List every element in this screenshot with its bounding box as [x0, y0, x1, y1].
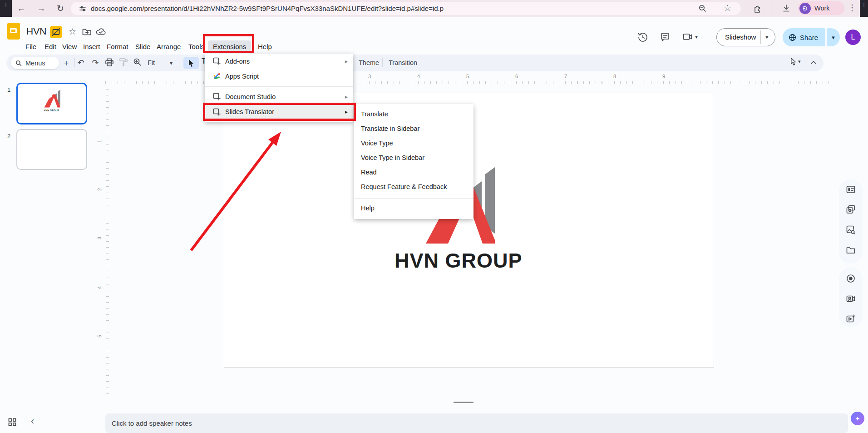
layouts-panel-icon[interactable]: [843, 182, 858, 197]
speaker-notes-placeholder: Click to add speaker notes: [112, 419, 192, 427]
hvn-logo-thumbnail: [43, 90, 60, 108]
slideshow-options-caret-icon[interactable]: ▾: [765, 29, 769, 46]
browser-profile-button[interactable]: Đ Work: [798, 1, 844, 15]
drag-handle-icon: ⋮: [0, 2, 12, 8]
toolbar-divider: [74, 58, 75, 67]
menu-item-label: Add-ons: [225, 58, 250, 65]
record-panel-icon[interactable]: [843, 271, 858, 286]
zoom-fit-select[interactable]: Fit: [148, 55, 155, 71]
browser-forward-button[interactable]: →: [35, 0, 47, 17]
ruler-number: 5: [466, 74, 469, 79]
version-history-icon[interactable]: [637, 32, 648, 43]
submenu-item-voice-type[interactable]: Voice Type: [354, 136, 473, 150]
menus-search-button[interactable]: Menus: [11, 57, 59, 69]
transition-button[interactable]: Transition: [389, 55, 417, 71]
ruler-number: 5: [97, 335, 102, 338]
slides-app-icon[interactable]: [7, 23, 20, 40]
submenu-item-translate[interactable]: Translate: [354, 107, 473, 121]
grid-view-icon[interactable]: [8, 418, 16, 426]
submenu-item-request-feature-feedback[interactable]: Request Feature & Feedback: [354, 179, 473, 194]
collapse-filmstrip-chevron-icon[interactable]: ‹: [31, 415, 34, 427]
download-icon[interactable]: [782, 4, 791, 13]
image-search-panel-icon[interactable]: [843, 223, 858, 237]
annotation-box-extensions: [203, 34, 254, 53]
notes-resize-handle[interactable]: [454, 402, 473, 403]
window-edge-right: ⋮: [860, 0, 868, 17]
move-folder-icon[interactable]: [82, 28, 92, 36]
menu-help[interactable]: Help: [258, 41, 272, 53]
window-edge-left: ⋮: [0, 0, 12, 17]
menu-format[interactable]: Format: [107, 41, 128, 53]
user-avatar[interactable]: L: [845, 30, 861, 45]
laser-pointer-button[interactable]: ▾: [790, 58, 801, 65]
meet-panel-icon[interactable]: [843, 291, 858, 306]
browser-back-button[interactable]: ←: [15, 0, 27, 17]
toolbar-divider: [179, 58, 179, 67]
submenu-arrow-icon: ▸: [345, 58, 348, 65]
ruler-number: 4: [97, 286, 102, 289]
submenu-item-translate-in-sidebar[interactable]: Translate in Sidebar: [354, 121, 473, 136]
submenu-item-voice-type-in-sidebar[interactable]: Voice Type in Sidebar: [354, 150, 473, 165]
menu-view[interactable]: View: [62, 41, 77, 53]
menu-file[interactable]: File: [25, 41, 36, 53]
gemini-assistant-button[interactable]: ✦: [851, 412, 864, 425]
site-info-icon[interactable]: [79, 5, 86, 12]
menu-insert[interactable]: Insert: [83, 41, 100, 53]
zoom-fit-caret-icon[interactable]: ▾: [168, 55, 174, 71]
menus-label: Menus: [25, 60, 45, 67]
address-bar[interactable]: docs.google.com/presentation/d/1Hi22hVNh…: [71, 2, 741, 15]
document-title[interactable]: HVN: [26, 26, 46, 37]
browser-zoom-icon[interactable]: [698, 4, 707, 13]
ruler-number: 9: [662, 74, 665, 79]
slide-thumbnail-2[interactable]: [16, 129, 87, 170]
browser-menu-kebab-icon[interactable]: ⋮: [848, 3, 856, 13]
new-slide-button[interactable]: +: [62, 55, 71, 71]
menu-edit[interactable]: Edit: [44, 41, 56, 53]
menu-arrange[interactable]: Arrange: [157, 41, 181, 53]
undo-button[interactable]: ↶: [76, 55, 85, 71]
bookmark-star-icon[interactable]: ☆: [724, 3, 731, 13]
menu-item-label: Request Feature & Feedback: [361, 183, 447, 190]
slide-thumbnail-1-selected[interactable]: HVN GROUP: [16, 83, 87, 124]
ruler-number: 8: [613, 74, 616, 79]
slideshow-button[interactable]: Slideshow ▾: [716, 28, 775, 46]
share-button[interactable]: Share: [783, 28, 825, 46]
menu-item-label: Voice Type in Sidebar: [361, 154, 424, 161]
paint-format-button[interactable]: [119, 58, 128, 67]
add-on-icon: [213, 57, 221, 65]
menu-item-document-studio[interactable]: Document Studio ▸: [205, 89, 353, 104]
submenu-item-help[interactable]: Help: [354, 201, 473, 215]
meet-camera-button[interactable]: ▾: [683, 33, 698, 41]
toolbar-divider: [382, 58, 383, 67]
menu-item-apps-script[interactable]: Apps Script: [205, 69, 353, 84]
speaker-notes-input[interactable]: Click to add speaker notes: [105, 413, 848, 433]
export-play-panel-icon[interactable]: [843, 311, 858, 326]
drag-handle-icon: ⋮: [860, 2, 868, 8]
google-slides-window: ⋮ ⋮ ← → ↻ docs.google.com/presentation/d…: [0, 0, 868, 433]
photos-panel-icon[interactable]: [843, 202, 858, 217]
folder-panel-icon[interactable]: [843, 243, 858, 257]
slide-logo-text[interactable]: HVN GROUP: [395, 249, 521, 273]
menu-separator: [354, 198, 473, 199]
cloud-saved-icon[interactable]: [96, 28, 106, 35]
extensions-puzzle-icon[interactable]: [753, 4, 762, 13]
star-document-icon[interactable]: ☆: [69, 26, 76, 37]
search-icon: [15, 60, 22, 66]
redo-button[interactable]: ↷: [91, 55, 100, 71]
collapse-toolbar-chevron-icon[interactable]: [810, 60, 817, 65]
browser-reload-button[interactable]: ↻: [54, 0, 66, 17]
comments-icon[interactable]: [660, 32, 670, 42]
submenu-item-read[interactable]: Read: [354, 165, 473, 179]
theme-button[interactable]: Theme: [359, 55, 379, 71]
share-label: Share: [800, 34, 818, 41]
ruler-number: 6: [515, 74, 518, 79]
select-tool-button-active[interactable]: [183, 57, 199, 69]
ruler-number: 1: [97, 140, 102, 143]
menu-item-label: Apps Script: [225, 73, 259, 80]
menu-tools[interactable]: Tools: [188, 41, 204, 53]
zoom-in-button[interactable]: [133, 58, 142, 67]
menu-slide[interactable]: Slide: [135, 41, 150, 53]
menu-item-add-ons[interactable]: Add-ons ▸: [205, 54, 353, 69]
url-text[interactable]: docs.google.com/presentation/d/1Hi22hVNh…: [91, 2, 735, 15]
print-button[interactable]: [105, 58, 114, 67]
